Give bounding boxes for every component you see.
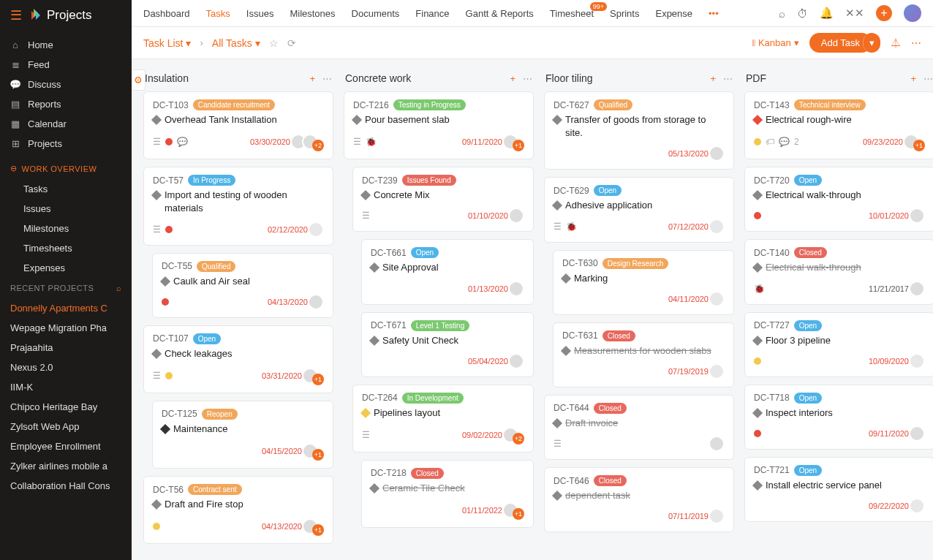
- task-card[interactable]: DC-T721OpenInstall electric service pane…: [744, 457, 933, 522]
- board-settings-tab[interactable]: ⚙: [132, 69, 146, 91]
- assignee-more-badge[interactable]: +1: [913, 140, 925, 151]
- project-item[interactable]: Donnelly Apartments C: [0, 298, 132, 318]
- topnav-timesheet[interactable]: Timesheet99+: [550, 8, 594, 19]
- assignee-more-badge[interactable]: +1: [513, 140, 524, 151]
- assignee-more-badge[interactable]: +2: [312, 140, 324, 151]
- task-card[interactable]: DC-T720OpenElectrical walk-through10/01/…: [744, 167, 933, 232]
- assignee-more-badge[interactable]: +2: [513, 433, 524, 444]
- add-task-caret[interactable]: ▾: [863, 33, 880, 53]
- topnav-finance[interactable]: Finance: [415, 8, 449, 19]
- task-card[interactable]: DC-T57In ProgressImport and testing of w…: [143, 167, 333, 245]
- assignee-avatar[interactable]: [909, 208, 925, 224]
- assignee-avatar[interactable]: [909, 498, 925, 514]
- add-card-icon[interactable]: +: [710, 73, 716, 84]
- more-icon[interactable]: ⋯: [911, 37, 921, 49]
- column-more-icon[interactable]: ⋯: [723, 73, 733, 84]
- nav-calendar[interactable]: ▦Calendar: [0, 114, 132, 134]
- assignee-avatar[interactable]: [508, 353, 524, 369]
- assignee-avatar[interactable]: [709, 363, 725, 379]
- filter-icon[interactable]: ⏃: [891, 37, 901, 49]
- assignee-avatar[interactable]: [909, 353, 925, 369]
- task-card[interactable]: DC-T264In DevelopmentPipelines layout☰09…: [352, 385, 534, 453]
- project-item[interactable]: Chipco Heritage Bay: [0, 397, 132, 417]
- breadcrumb-root[interactable]: Task List ▾: [143, 37, 191, 49]
- column-more-icon[interactable]: ⋯: [523, 73, 532, 84]
- overview-timesheets[interactable]: Timesheets: [0, 238, 132, 258]
- task-card[interactable]: DC-T218ClosedCeramic Tile Check01/11/202…: [361, 460, 534, 528]
- topnav-documents[interactable]: Documents: [352, 8, 400, 19]
- bell-icon[interactable]: 🔔: [820, 7, 834, 20]
- task-card[interactable]: DC-T661OpenSite Approval01/13/2020: [361, 239, 534, 304]
- task-card[interactable]: DC-T125ReopenMaintenance04/15/2020+1: [152, 401, 333, 469]
- assignee-avatar[interactable]: [508, 281, 524, 297]
- project-item[interactable]: Employee Enrollment: [0, 436, 132, 456]
- task-card[interactable]: DC-T239Issues FoundConcrete Mix☰01/10/20…: [352, 167, 534, 232]
- search-icon[interactable]: ⌕: [116, 284, 122, 292]
- overview-tasks[interactable]: Tasks: [0, 179, 132, 199]
- project-item[interactable]: Collaboration Hall Cons: [0, 476, 132, 496]
- column-more-icon[interactable]: ⋯: [322, 73, 332, 84]
- task-card[interactable]: DC-T644ClosedDraft invoice☰: [544, 395, 734, 460]
- task-card[interactable]: DC-T56Contract sentDraft and Fire stop04…: [143, 476, 333, 544]
- assignee-avatar[interactable]: [709, 436, 725, 452]
- assignee-more-badge[interactable]: +1: [513, 508, 524, 520]
- overview-expenses[interactable]: Expenses: [0, 258, 132, 278]
- project-item[interactable]: Wepage Migration Pha: [0, 318, 132, 338]
- assignee-avatar[interactable]: [709, 145, 725, 162]
- assignee-avatar[interactable]: [508, 208, 524, 224]
- task-card[interactable]: DC-T107OpenCheck leakages☰03/31/2020+1: [143, 325, 333, 393]
- hamburger-icon[interactable]: ☰: [10, 7, 22, 23]
- task-card[interactable]: DC-T727OpenFloor 3 pipeline10/09/2020: [744, 312, 933, 377]
- overview-milestones[interactable]: Milestones: [0, 219, 132, 238]
- assignee-avatar[interactable]: [709, 219, 725, 235]
- assignee-avatar[interactable]: [909, 281, 925, 297]
- project-item[interactable]: Nexus 2.0: [0, 357, 132, 377]
- assignee-avatar[interactable]: [709, 291, 725, 307]
- assignee-avatar[interactable]: [709, 508, 725, 524]
- overview-issues[interactable]: Issues: [0, 199, 132, 219]
- task-card[interactable]: DC-T631ClosedMeasurements for wooden sla…: [553, 322, 734, 387]
- assignee-avatar[interactable]: [909, 425, 925, 442]
- timer-icon[interactable]: ⏱: [797, 7, 808, 20]
- task-card[interactable]: DC-T103Candidate recruitmentOverhead Tan…: [143, 91, 333, 159]
- task-card[interactable]: DC-T55QualifiedCaulk and Air seal04/13/2…: [152, 253, 333, 318]
- nav-home[interactable]: ⌂Home: [0, 35, 132, 55]
- topnav-tasks[interactable]: Tasks: [206, 8, 230, 19]
- user-avatar[interactable]: [904, 4, 921, 22]
- task-card[interactable]: DC-T216Testing in ProgressPour basement …: [344, 91, 534, 159]
- app-logo[interactable]: Projects: [29, 8, 91, 23]
- project-item[interactable]: Prajaahita: [0, 338, 132, 357]
- topnav-more-icon[interactable]: •••: [709, 8, 719, 19]
- nav-discuss[interactable]: 💬Discuss: [0, 75, 132, 94]
- work-overview-header[interactable]: ⊖WORK OVERVIEW: [0, 158, 132, 179]
- topnav-sprints[interactable]: Sprints: [610, 8, 639, 19]
- tools-icon[interactable]: ✕✕: [845, 7, 864, 20]
- task-card[interactable]: DC-T718OpenInspect interiors09/11/2020: [744, 385, 933, 450]
- add-button[interactable]: +: [876, 5, 892, 21]
- search-icon[interactable]: ⌕: [779, 7, 785, 20]
- nav-feed[interactable]: ≣Feed: [0, 55, 132, 75]
- topnav-expense[interactable]: Expense: [655, 8, 692, 19]
- project-item[interactable]: Zylsoft Web App: [0, 417, 132, 436]
- refresh-icon[interactable]: ⟳: [287, 37, 296, 49]
- topnav-ganttreports[interactable]: Gantt & Reports: [466, 8, 534, 19]
- project-item[interactable]: IIM-K: [0, 377, 132, 397]
- topnav-issues[interactable]: Issues: [246, 8, 274, 19]
- task-card[interactable]: DC-T630Design ResearchMarking04/11/2020: [553, 250, 734, 315]
- add-card-icon[interactable]: +: [309, 73, 315, 84]
- assignee-avatar[interactable]: [308, 294, 324, 310]
- column-more-icon[interactable]: ⋯: [923, 73, 933, 84]
- nav-reports[interactable]: ▤Reports: [0, 94, 132, 114]
- task-card[interactable]: DC-T143Technical interviewElectrical rou…: [744, 91, 933, 159]
- task-card[interactable]: DC-T671Level 1 TestingSafety Unit Check0…: [361, 312, 534, 377]
- task-card[interactable]: DC-T140ClosedElectrical walk-through🐞11/…: [744, 239, 933, 304]
- topnav-dashboard[interactable]: Dashboard: [143, 8, 190, 19]
- breadcrumb-current[interactable]: All Tasks ▾: [212, 37, 260, 49]
- task-card[interactable]: DC-T627QualifiedTransfer of goods from s…: [544, 91, 734, 170]
- assignee-more-badge[interactable]: +1: [312, 449, 324, 461]
- topnav-milestones[interactable]: Milestones: [290, 8, 335, 19]
- task-card[interactable]: DC-T646Closeddependent task07/11/2019: [544, 467, 734, 532]
- star-icon[interactable]: ☆: [269, 37, 279, 49]
- view-selector[interactable]: ⦀ Kanban ▾: [752, 37, 799, 49]
- assignee-more-badge[interactable]: +1: [312, 524, 324, 536]
